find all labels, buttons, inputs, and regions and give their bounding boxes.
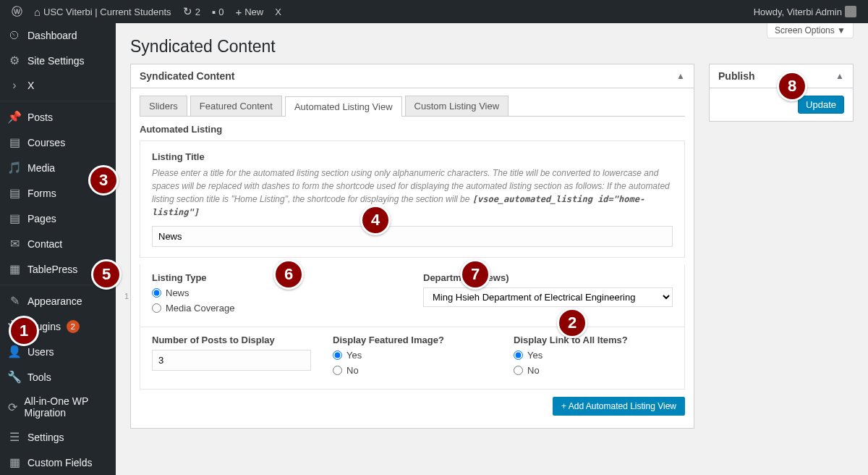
form-icon: ▤ <box>7 186 22 200</box>
radio-label: No <box>346 365 359 376</box>
publish-toggle-icon[interactable]: ▲ <box>835 71 844 81</box>
radio-label: Yes <box>527 350 542 361</box>
sidebar-item-settings[interactable]: ☰Settings <box>0 424 116 450</box>
updates-link[interactable]: ↻2 <box>177 0 206 23</box>
sidebar-item-pages[interactable]: ▤Pages <box>0 206 116 231</box>
radio-label: No <box>527 365 540 376</box>
metabox-toggle-icon[interactable]: ▲ <box>676 71 685 81</box>
updates-count: 2 <box>195 7 200 17</box>
wp-logo[interactable]: ⓦ <box>6 0 28 23</box>
tab-sliders[interactable]: Sliders <box>140 96 187 116</box>
callout-5: 5 <box>91 259 122 290</box>
camera-icon: 🎵 <box>7 161 22 175</box>
radio-option-yes[interactable]: Yes <box>514 350 673 361</box>
syndicated-content-metabox: Syndicated Content ▲ SlidersFeatured Con… <box>130 64 694 429</box>
radio-input[interactable] <box>152 288 161 298</box>
admin-sidebar: ⏲Dashboard⚙Site Settings›X📌Posts▤Courses… <box>0 23 116 475</box>
chevron-right-icon: › <box>7 79 22 92</box>
page-title: Syndicated Content <box>130 30 854 64</box>
user-icon: 👤 <box>7 345 22 358</box>
row-number: 1 <box>124 292 129 300</box>
sidebar-item-courses[interactable]: ▤Courses <box>0 130 116 155</box>
sidebar-item-custom-fields[interactable]: ▦Custom Fields <box>0 450 116 475</box>
radio-option-media-coverage[interactable]: Media Coverage <box>152 303 401 314</box>
listing-title-input[interactable] <box>152 226 673 247</box>
new-content-link[interactable]: +New <box>229 0 269 23</box>
radio-label: Yes <box>346 350 362 361</box>
listing-title-label: Listing Title <box>152 151 673 162</box>
callout-3: 3 <box>88 165 119 196</box>
callout-4: 4 <box>360 205 391 235</box>
page-icon: ▤ <box>7 211 22 225</box>
comments-link[interactable]: ▪0 <box>206 0 230 23</box>
sliders-icon: ☰ <box>7 430 22 444</box>
badge: 2 <box>67 320 80 333</box>
radio-input[interactable] <box>152 303 161 313</box>
site-name: USC Viterbi | Current Students <box>43 7 171 17</box>
fields-icon: ▦ <box>7 455 22 469</box>
sidebar-item-label: Pages <box>27 213 56 224</box>
tab-featured-content[interactable]: Featured Content <box>190 96 282 116</box>
table-icon: ▦ <box>7 262 22 276</box>
wrench-icon: 🔧 <box>7 370 22 384</box>
radio-option-yes[interactable]: Yes <box>333 350 492 361</box>
radio-option-no[interactable]: No <box>514 365 673 376</box>
sidebar-item-label: Users <box>27 346 54 358</box>
sidebar-item-label: TablePress <box>27 264 77 275</box>
sidebar-item-label: Contact <box>27 238 62 250</box>
radio-input[interactable] <box>514 350 523 360</box>
sidebar-item-contact[interactable]: ✉Contact <box>0 231 116 256</box>
callout-1: 1 <box>9 316 39 346</box>
tab-custom-listing-view[interactable]: Custom Listing View <box>405 96 509 116</box>
radio-option-news[interactable]: News <box>152 287 401 298</box>
dashboard-icon: ⏲ <box>7 29 22 42</box>
screen-options-toggle[interactable]: Screen Options ▼ <box>767 23 854 38</box>
user-menu[interactable]: Howdy, Viterbi Admin <box>748 0 862 23</box>
featured-image-label: Display Featured Image? <box>333 335 492 345</box>
add-automated-listing-button[interactable]: + Add Automated Listing View <box>553 397 685 416</box>
radio-input[interactable] <box>333 366 342 375</box>
wordpress-icon: ⓦ <box>12 5 22 19</box>
section-label: Automated Listing <box>140 124 685 135</box>
update-button[interactable]: Update <box>798 96 844 114</box>
new-label: New <box>244 7 263 17</box>
sidebar-item-label: Settings <box>27 432 64 443</box>
callout-7: 7 <box>460 259 490 290</box>
tabs-nav: SlidersFeatured ContentAutomated Listing… <box>140 96 685 117</box>
mail-icon: ✉ <box>7 237 22 251</box>
sidebar-item-tools[interactable]: 🔧Tools <box>0 364 116 390</box>
sidebar-item-label: Site Settings <box>27 55 85 67</box>
radio-label: Media Coverage <box>166 303 234 314</box>
refresh-icon: ↻ <box>183 5 192 18</box>
radio-option-no[interactable]: No <box>333 365 492 376</box>
sidebar-item-appearance[interactable]: ✎Appearance <box>0 288 116 314</box>
sidebar-item-site-settings[interactable]: ⚙Site Settings <box>0 48 116 73</box>
site-name-link[interactable]: ⌂USC Viterbi | Current Students <box>28 0 177 23</box>
comment-icon: ▪ <box>212 6 216 18</box>
link-all-label: Display Link to All Items? <box>514 335 673 345</box>
howdy-text: Howdy, Viterbi Admin <box>754 7 842 17</box>
sidebar-item-all-in-one-wp-migration[interactable]: ⟳All-in-One WP Migration <box>0 390 116 424</box>
comments-count: 0 <box>218 7 224 17</box>
radio-input[interactable] <box>514 366 523 375</box>
radio-label: News <box>166 287 190 298</box>
sidebar-item-dashboard[interactable]: ⏲Dashboard <box>0 23 116 48</box>
num-posts-input[interactable] <box>152 350 311 371</box>
sidebar-item-posts[interactable]: 📌Posts <box>0 104 116 130</box>
sidebar-item-label: Appearance <box>27 295 82 307</box>
x-theme-link[interactable]: X <box>269 0 287 23</box>
radio-input[interactable] <box>333 350 342 360</box>
sidebar-item-label: Courses <box>27 137 65 148</box>
sidebar-item-x[interactable]: ›X <box>0 73 116 98</box>
listing-title-help: Please enter a title for the automated l… <box>152 167 673 219</box>
plus-icon: + <box>235 6 242 18</box>
tab-automated-listing-view[interactable]: Automated Listing View <box>285 96 402 117</box>
x-label: X <box>275 7 281 17</box>
num-posts-label: Number of Posts to Display <box>152 335 311 345</box>
metabox-title: Syndicated Content <box>140 70 234 82</box>
sidebar-item-label: Posts <box>27 112 53 123</box>
home-icon: ⌂ <box>34 6 41 18</box>
sidebar-item-label: X <box>27 80 34 91</box>
sidebar-item-label: Custom Fields <box>27 457 92 468</box>
department-select[interactable]: Ming Hsieh Department of Electrical Engi… <box>423 287 673 307</box>
